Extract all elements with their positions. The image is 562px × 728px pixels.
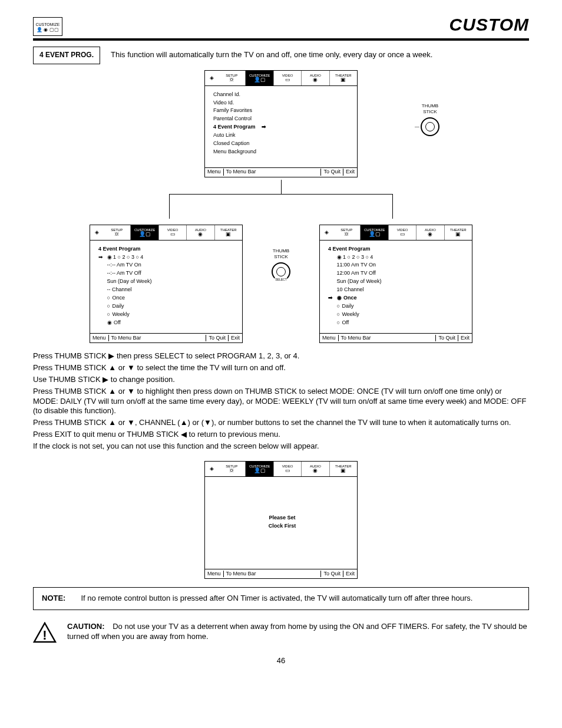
osd-footer: Menu To Menu Bar To Quit Exit [205,167,357,177]
osd-screen-set-clock: ◈ SETUP⛭ CUSTOMIZE👤▢ VIDEO▭ AUDIO◉ THEAT… [204,461,358,579]
osd-screen-event-filled: ◈ SETUP⛭ CUSTOMIZE👤▢ VIDEO▭ AUDIO◉ THEAT… [319,225,472,343]
caution-icon: ! [33,622,57,643]
osd-row: ○ Weekly [328,311,466,319]
osd-tab-setup: SETUP⛭ [218,71,246,85]
thumb-stick-label: THUMB STICK [273,248,289,261]
section-desc: This function will automatically turn th… [111,50,432,60]
osd-item: Menu Background [213,148,351,156]
down-icon: ▼ [127,418,135,427]
osd-foot-exit: Exit [343,169,357,176]
caution-text: Do not use your TV as a deterrent when a… [67,622,527,641]
osd-row: ○ Weekly [98,311,236,319]
osd-item: Channel Id. [213,91,351,99]
osd-row: ○ Off [328,319,466,327]
osd-tab-audio: AUDIO◉ [302,71,329,85]
osd-row: --:-- Am TV On [98,261,236,269]
osd-foot-tomenubar: To Menu Bar [224,169,322,176]
osd-row: 12:00 Am TV Off [328,269,466,278]
osd-row: ○ Daily [328,302,466,311]
thumb-stick-diagram: THUMB STICK [272,248,290,282]
section-label: 4 EVENT PROG. [33,47,100,64]
down-icon: ▼ [127,387,135,396]
osd-item: Parental Control [213,115,351,123]
svg-text:!: ! [42,628,47,643]
osd-screen-event-blank: ◈ SETUP⛭ CUSTOMIZE👤▢ VIDEO▭ AUDIO◉ THEAT… [90,225,243,343]
osd-row: Sun (Day of Week) [98,278,236,286]
instructions: Press THUMB STICK ▶ then press SELECT to… [33,351,529,452]
chip-icons: 👤 ◉ ▢▢ [37,28,58,32]
caution-label: CAUTION: [67,622,105,631]
page-number: 46 [33,656,529,666]
customize-chip: CUSTOMIZE 👤 ◉ ▢▢ [33,17,62,36]
osd-item: Auto Link [213,131,351,140]
osd-row: Sun (Day of Week) [328,278,466,286]
page-title: CUSTOM [449,13,529,36]
osd-row: ➡ ◉ 1 ○ 2 ○ 3 ○ 4 [98,253,236,262]
osd-tab-row: ◈ SETUP⛭ CUSTOMIZE👤▢ VIDEO▭ AUDIO◉ THEAT… [205,71,357,86]
osd-row: --:-- Am TV Off [98,269,236,278]
thumb-stick-circle [272,262,290,281]
up-icon: ▲ [108,418,116,427]
caution-row: ! CAUTION: Do not use your TV as a deter… [33,622,529,643]
osd-tab-video: VIDEO▭ [274,71,302,85]
osd-row: ◉ Off [98,319,236,327]
osd-subtitle: 4 Event Program [98,245,236,253]
arrow-right-icon: ➡ [328,294,335,302]
osd-row: ○ Daily [98,302,236,311]
osd-tab-customize: CUSTOMIZE👤▢ [246,71,273,85]
thumb-stick-circle: — [421,117,439,136]
osd-row: -- Channel [98,286,236,294]
header-divider [33,38,529,41]
up-icon: ▲ [108,387,116,396]
osd-foot-menu: Menu [205,169,224,176]
osd-tab-theater: THEATER▣ [330,71,357,85]
arrow-left-icon: — [415,124,419,130]
up-icon: ▲ [180,418,188,427]
osd-tab-lead: ◈ [205,71,218,85]
osd-item: Video Id. [213,99,351,107]
osd-foot-toquit: To Quit [321,169,343,176]
osd-row: ◉ 1 ○ 2 ○ 3 ○ 4 [328,253,466,262]
thumb-stick-label: THUMB STICK [422,103,438,116]
osd-msg: Clock First [269,522,296,531]
arrow-right-icon: ➡ [98,253,105,262]
osd-row: 11:00 Am TV On [328,261,466,269]
osd-item: Family Favorites [213,107,351,115]
right-icon: ▶ [108,351,114,360]
up-icon: ▲ [108,363,116,372]
right-icon: ▶ [103,375,108,384]
osd-row: ➡ ◉ Once [328,294,466,302]
arrow-right-icon: ➡ [262,124,266,130]
osd-msg: Please Set [269,514,295,522]
osd-item: Closed Caption [213,140,351,148]
osd-row: 10 Channel [328,286,466,294]
osd-subtitle: 4 Event Program [328,245,466,253]
down-icon: ▼ [204,418,211,427]
thumb-stick-diagram: THUMB STICK — [421,103,439,137]
down-icon: ▼ [127,363,135,372]
osd-screen-customize-menu: ◈ SETUP⛭ CUSTOMIZE👤▢ VIDEO▭ AUDIO◉ THEAT… [204,70,358,177]
osd-item-selected: 4 Event Program ➡ [213,123,351,131]
note-box: NOTE: If no remote control button is pre… [33,587,529,610]
note-text: If no remote control button is pressed a… [81,594,472,604]
note-label: NOTE: [42,594,65,604]
osd-row: ○ Once [98,294,236,302]
left-icon: ◀ [181,430,187,439]
